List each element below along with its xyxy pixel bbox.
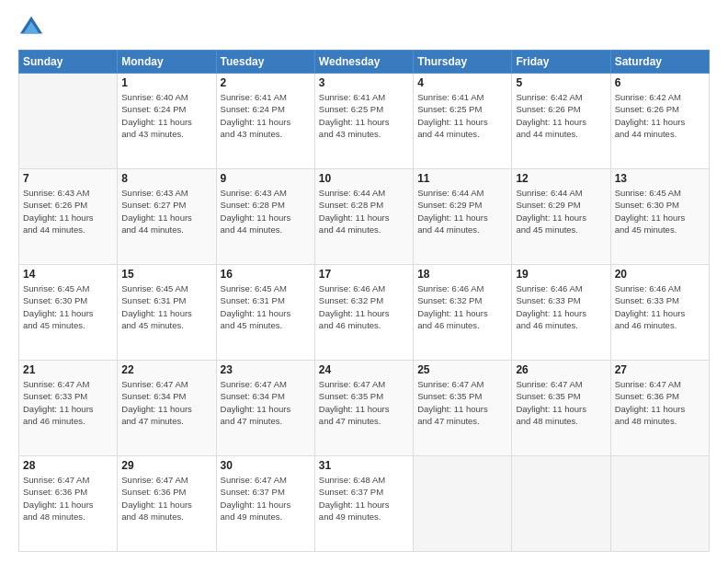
- day-number: 15: [121, 268, 211, 281]
- day-number: 17: [319, 268, 409, 281]
- calendar-cell: 17Sunrise: 6:46 AMSunset: 6:32 PMDayligh…: [314, 265, 413, 361]
- calendar-cell: 31Sunrise: 6:48 AMSunset: 6:37 PMDayligh…: [314, 456, 413, 552]
- calendar-header-sunday: Sunday: [19, 51, 118, 74]
- day-info: Sunrise: 6:44 AMSunset: 6:29 PMDaylight:…: [516, 187, 606, 236]
- day-info: Sunrise: 6:45 AMSunset: 6:30 PMDaylight:…: [615, 187, 705, 236]
- day-number: 5: [516, 76, 606, 89]
- day-number: 19: [516, 268, 606, 281]
- day-info: Sunrise: 6:47 AMSunset: 6:36 PMDaylight:…: [23, 474, 113, 523]
- day-number: 18: [417, 268, 507, 281]
- day-number: 26: [516, 363, 606, 376]
- logo: [18, 15, 48, 40]
- day-info: Sunrise: 6:47 AMSunset: 6:35 PMDaylight:…: [319, 378, 409, 427]
- calendar-header-friday: Friday: [512, 51, 610, 74]
- calendar-header-wednesday: Wednesday: [314, 51, 413, 74]
- calendar-header-saturday: Saturday: [610, 51, 709, 74]
- day-number: 10: [319, 172, 409, 185]
- day-info: Sunrise: 6:47 AMSunset: 6:34 PMDaylight:…: [121, 378, 211, 427]
- day-number: 2: [221, 76, 311, 89]
- calendar-cell: 11Sunrise: 6:44 AMSunset: 6:29 PMDayligh…: [414, 169, 512, 265]
- day-number: 11: [417, 172, 507, 185]
- calendar-cell: 26Sunrise: 6:47 AMSunset: 6:35 PMDayligh…: [512, 361, 610, 456]
- calendar-cell: 22Sunrise: 6:47 AMSunset: 6:34 PMDayligh…: [118, 361, 216, 456]
- day-number: 24: [319, 363, 409, 376]
- day-number: 1: [121, 76, 211, 89]
- calendar-header-tuesday: Tuesday: [216, 51, 314, 74]
- day-number: 3: [319, 76, 409, 89]
- day-info: Sunrise: 6:45 AMSunset: 6:31 PMDaylight:…: [221, 282, 311, 331]
- calendar-week-row: 28Sunrise: 6:47 AMSunset: 6:36 PMDayligh…: [19, 456, 710, 552]
- calendar-cell: 20Sunrise: 6:46 AMSunset: 6:33 PMDayligh…: [610, 265, 709, 361]
- logo-icon: [18, 15, 44, 40]
- calendar-cell: [19, 74, 118, 169]
- day-number: 8: [121, 172, 211, 185]
- day-info: Sunrise: 6:41 AMSunset: 6:25 PMDaylight:…: [319, 91, 409, 140]
- calendar-cell: 12Sunrise: 6:44 AMSunset: 6:29 PMDayligh…: [512, 169, 610, 265]
- day-number: 22: [121, 363, 211, 376]
- day-info: Sunrise: 6:47 AMSunset: 6:35 PMDaylight:…: [417, 378, 507, 427]
- day-info: Sunrise: 6:42 AMSunset: 6:26 PMDaylight:…: [516, 91, 606, 140]
- day-info: Sunrise: 6:41 AMSunset: 6:25 PMDaylight:…: [417, 91, 507, 140]
- calendar-cell: 9Sunrise: 6:43 AMSunset: 6:28 PMDaylight…: [216, 169, 314, 265]
- day-number: 4: [417, 76, 507, 89]
- calendar-header-monday: Monday: [118, 51, 216, 74]
- day-info: Sunrise: 6:43 AMSunset: 6:26 PMDaylight:…: [23, 187, 113, 236]
- day-info: Sunrise: 6:43 AMSunset: 6:27 PMDaylight:…: [121, 187, 211, 236]
- calendar-cell: 4Sunrise: 6:41 AMSunset: 6:25 PMDaylight…: [414, 74, 512, 169]
- day-info: Sunrise: 6:44 AMSunset: 6:29 PMDaylight:…: [417, 187, 507, 236]
- day-info: Sunrise: 6:45 AMSunset: 6:30 PMDaylight:…: [23, 282, 113, 331]
- calendar-cell: 28Sunrise: 6:47 AMSunset: 6:36 PMDayligh…: [19, 456, 118, 552]
- day-number: 20: [615, 268, 705, 281]
- day-info: Sunrise: 6:46 AMSunset: 6:33 PMDaylight:…: [615, 282, 705, 331]
- day-info: Sunrise: 6:44 AMSunset: 6:28 PMDaylight:…: [319, 187, 409, 236]
- calendar-cell: 27Sunrise: 6:47 AMSunset: 6:36 PMDayligh…: [610, 361, 709, 456]
- calendar-cell: 25Sunrise: 6:47 AMSunset: 6:35 PMDayligh…: [414, 361, 512, 456]
- calendar-cell: 14Sunrise: 6:45 AMSunset: 6:30 PMDayligh…: [19, 265, 118, 361]
- day-number: 30: [221, 459, 311, 472]
- calendar-cell: 18Sunrise: 6:46 AMSunset: 6:32 PMDayligh…: [414, 265, 512, 361]
- day-info: Sunrise: 6:48 AMSunset: 6:37 PMDaylight:…: [319, 474, 409, 523]
- day-number: 9: [221, 172, 311, 185]
- calendar-week-row: 21Sunrise: 6:47 AMSunset: 6:33 PMDayligh…: [19, 361, 710, 456]
- day-number: 7: [23, 172, 113, 185]
- header: [18, 15, 710, 40]
- day-number: 31: [319, 459, 409, 472]
- calendar-cell: 30Sunrise: 6:47 AMSunset: 6:37 PMDayligh…: [216, 456, 314, 552]
- day-number: 23: [221, 363, 311, 376]
- day-info: Sunrise: 6:47 AMSunset: 6:37 PMDaylight:…: [221, 474, 311, 523]
- calendar-cell: 8Sunrise: 6:43 AMSunset: 6:27 PMDaylight…: [118, 169, 216, 265]
- day-info: Sunrise: 6:45 AMSunset: 6:31 PMDaylight:…: [121, 282, 211, 331]
- day-info: Sunrise: 6:47 AMSunset: 6:36 PMDaylight:…: [121, 474, 211, 523]
- calendar-cell: 7Sunrise: 6:43 AMSunset: 6:26 PMDaylight…: [19, 169, 118, 265]
- day-number: 12: [516, 172, 606, 185]
- calendar-cell: 24Sunrise: 6:47 AMSunset: 6:35 PMDayligh…: [314, 361, 413, 456]
- calendar-cell: 15Sunrise: 6:45 AMSunset: 6:31 PMDayligh…: [118, 265, 216, 361]
- calendar-cell: 16Sunrise: 6:45 AMSunset: 6:31 PMDayligh…: [216, 265, 314, 361]
- day-number: 29: [121, 459, 211, 472]
- day-number: 16: [221, 268, 311, 281]
- day-info: Sunrise: 6:47 AMSunset: 6:36 PMDaylight:…: [615, 378, 705, 427]
- day-number: 6: [615, 76, 705, 89]
- calendar-cell: 23Sunrise: 6:47 AMSunset: 6:34 PMDayligh…: [216, 361, 314, 456]
- day-number: 14: [23, 268, 113, 281]
- calendar-cell: [414, 456, 512, 552]
- calendar-cell: 13Sunrise: 6:45 AMSunset: 6:30 PMDayligh…: [610, 169, 709, 265]
- calendar-cell: 29Sunrise: 6:47 AMSunset: 6:36 PMDayligh…: [118, 456, 216, 552]
- calendar-cell: [512, 456, 610, 552]
- day-info: Sunrise: 6:47 AMSunset: 6:33 PMDaylight:…: [23, 378, 113, 427]
- day-info: Sunrise: 6:42 AMSunset: 6:26 PMDaylight:…: [615, 91, 705, 140]
- calendar-table: SundayMondayTuesdayWednesdayThursdayFrid…: [18, 50, 710, 552]
- day-info: Sunrise: 6:41 AMSunset: 6:24 PMDaylight:…: [221, 91, 311, 140]
- calendar-cell: 6Sunrise: 6:42 AMSunset: 6:26 PMDaylight…: [610, 74, 709, 169]
- day-info: Sunrise: 6:46 AMSunset: 6:32 PMDaylight:…: [417, 282, 507, 331]
- calendar-cell: 2Sunrise: 6:41 AMSunset: 6:24 PMDaylight…: [216, 74, 314, 169]
- calendar-cell: 1Sunrise: 6:40 AMSunset: 6:24 PMDaylight…: [118, 74, 216, 169]
- calendar-cell: [610, 456, 709, 552]
- calendar-cell: 19Sunrise: 6:46 AMSunset: 6:33 PMDayligh…: [512, 265, 610, 361]
- day-info: Sunrise: 6:47 AMSunset: 6:34 PMDaylight:…: [221, 378, 311, 427]
- calendar-cell: 5Sunrise: 6:42 AMSunset: 6:26 PMDaylight…: [512, 74, 610, 169]
- day-info: Sunrise: 6:46 AMSunset: 6:32 PMDaylight:…: [319, 282, 409, 331]
- day-info: Sunrise: 6:40 AMSunset: 6:24 PMDaylight:…: [121, 91, 211, 140]
- day-number: 27: [615, 363, 705, 376]
- day-number: 13: [615, 172, 705, 185]
